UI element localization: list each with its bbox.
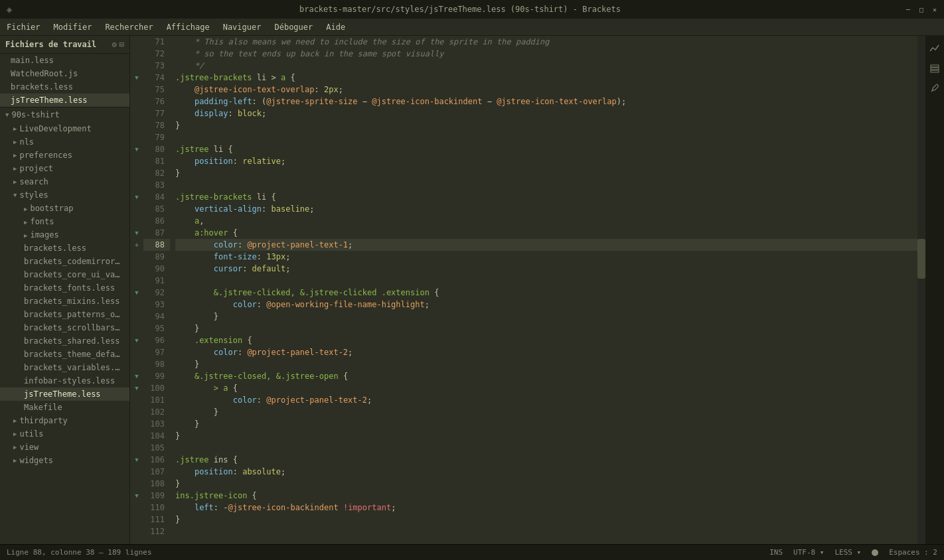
sidebar-title: Fichiers de travail bbox=[5, 40, 96, 49]
close-button[interactable]: ✕ bbox=[928, 3, 941, 16]
status-encoding[interactable]: UTF-8 ▾ bbox=[793, 548, 824, 557]
folder-widgets[interactable]: ▶ widgets bbox=[0, 454, 129, 467]
file-brackets-shared[interactable]: brackets_shared.less bbox=[0, 334, 129, 348]
working-file-main-less[interactable]: main.less bbox=[0, 54, 129, 67]
code-line-71: * This also means we need to include the… bbox=[175, 36, 917, 48]
working-files-section: main.less WatchedRoot.js brackets.less j… bbox=[0, 54, 129, 107]
ln-82: 82 bbox=[143, 167, 170, 179]
working-file-brackets-less[interactable]: brackets.less bbox=[0, 80, 129, 94]
project-folder[interactable]: ▼ 90s-tshirt bbox=[0, 107, 129, 122]
ln-81: 81 bbox=[143, 155, 170, 167]
svg-rect-2 bbox=[931, 70, 939, 72]
code-line-77: display: block; bbox=[175, 107, 917, 119]
ln-105: 105 bbox=[143, 442, 170, 454]
code-line-110: left: -@jstree-icon-backindent !importan… bbox=[175, 502, 917, 514]
folder-nls[interactable]: ▶ nls bbox=[0, 135, 129, 149]
folder-search[interactable]: ▶ search bbox=[0, 175, 129, 188]
ln-106: 106 bbox=[143, 454, 170, 466]
scrollbar-thumb[interactable] bbox=[917, 239, 925, 279]
ln-76: 76 bbox=[143, 96, 170, 107]
file-brackets-fonts[interactable]: brackets_fonts.less bbox=[0, 281, 129, 295]
layers-icon[interactable] bbox=[927, 61, 942, 76]
sidebar-settings-icon[interactable]: ⚙ bbox=[112, 40, 117, 49]
status-indentation[interactable]: Espaces : 2 bbox=[889, 548, 937, 557]
folder-thirdparty[interactable]: ▶ thirdparty bbox=[0, 414, 129, 427]
gutter-line-81 bbox=[130, 155, 143, 167]
folder-label: widgets bbox=[19, 456, 53, 465]
code-editor[interactable]: * This also means we need to include the… bbox=[175, 36, 917, 544]
maximize-button[interactable]: □ bbox=[915, 3, 928, 16]
sidebar-header: Fichiers de travail ⚙ ⊟ bbox=[0, 36, 129, 54]
gutter-line-111 bbox=[130, 514, 143, 525]
folder-label: utils bbox=[19, 429, 43, 439]
file-makefile[interactable]: Makefile bbox=[0, 401, 129, 414]
status-cursor: Ligne 88, colonne 38 — 189 lignes bbox=[7, 548, 152, 557]
folder-project[interactable]: ▶ project bbox=[0, 162, 129, 175]
folder-label: styles bbox=[19, 190, 48, 200]
title-bar: ◈ brackets-master/src/styles/jsTreeTheme… bbox=[0, 0, 944, 19]
folder-view[interactable]: ▶ view bbox=[0, 441, 129, 454]
chart-icon[interactable] bbox=[927, 41, 942, 56]
folder-images[interactable]: ▶images bbox=[0, 228, 129, 242]
file-brackets-patterns[interactable]: brackets_patterns_ove... bbox=[0, 308, 129, 321]
gutter-line-99: ▼ bbox=[130, 370, 143, 382]
code-line-105 bbox=[175, 442, 917, 454]
code-scrollbar[interactable] bbox=[917, 36, 925, 544]
ln-85: 85 bbox=[143, 203, 170, 215]
ln-71: 71 bbox=[143, 36, 170, 48]
file-brackets-mixins[interactable]: brackets_mixins.less bbox=[0, 295, 129, 308]
file-brackets-less[interactable]: brackets.less bbox=[0, 242, 129, 255]
ln-96: 96 bbox=[143, 334, 170, 346]
file-infobar[interactable]: infobar-styles.less bbox=[0, 374, 129, 387]
menu-naviguer[interactable]: Naviguer bbox=[216, 20, 268, 35]
ln-74: 74 bbox=[143, 72, 170, 84]
gutter-line-83 bbox=[130, 179, 143, 191]
minimize-button[interactable]: ─ bbox=[902, 3, 915, 16]
code-line-80: .jstree li { bbox=[175, 143, 917, 155]
ln-103: 103 bbox=[143, 418, 170, 430]
gutter-line-80: ▼ bbox=[130, 143, 143, 155]
menu-aide[interactable]: Aide bbox=[319, 20, 352, 35]
menu-debugger[interactable]: Déboguer bbox=[268, 20, 319, 35]
file-jstreetheme[interactable]: jsTreeTheme.less bbox=[0, 387, 129, 401]
status-language[interactable]: LESS ▾ bbox=[834, 548, 861, 557]
sidebar-split-icon[interactable]: ⊟ bbox=[119, 40, 124, 49]
ln-108: 108 bbox=[143, 478, 170, 490]
folder-livedevelopment[interactable]: ▶ LiveDevelopment bbox=[0, 122, 129, 135]
svg-rect-1 bbox=[931, 68, 939, 70]
folder-styles[interactable]: ▼ styles bbox=[0, 188, 129, 202]
gutter-line-92: ▼ bbox=[130, 287, 143, 299]
gutter-line-95 bbox=[130, 322, 143, 334]
gutter-line-90 bbox=[130, 263, 143, 275]
file-brackets-scrollbars[interactable]: brackets_scrollbars.les... bbox=[0, 321, 129, 334]
gutter-line-75 bbox=[130, 84, 143, 96]
sidebar-header-icons: ⚙ ⊟ bbox=[112, 40, 124, 49]
folder-fonts[interactable]: ▶fonts bbox=[0, 215, 129, 228]
working-file-watchedroot[interactable]: WatchedRoot.js bbox=[0, 67, 129, 80]
menu-fichier[interactable]: Fichier bbox=[0, 20, 47, 35]
gutter: ▼ ▼ ▼ ▼ + ▼ bbox=[130, 36, 143, 544]
ln-109: 109 bbox=[143, 490, 170, 502]
ln-98: 98 bbox=[143, 358, 170, 370]
file-brackets-core[interactable]: brackets_core_ui_varia... bbox=[0, 268, 129, 281]
menu-affichage[interactable]: Affichage bbox=[160, 20, 216, 35]
wrench-icon[interactable] bbox=[927, 81, 942, 96]
code-line-93: color: @open-working-file-name-highlight… bbox=[175, 299, 917, 311]
file-brackets-codemirror[interactable]: brackets_codemirror_o... bbox=[0, 255, 129, 268]
window-title: brackets-master/src/styles/jsTreeTheme.l… bbox=[19, 5, 902, 14]
code-line-76: padding-left: (@jstree-sprite-size − @js… bbox=[175, 96, 917, 107]
file-brackets-theme[interactable]: brackets_theme_defau... bbox=[0, 348, 129, 361]
menu-rechercher[interactable]: Rechercher bbox=[98, 20, 159, 35]
folder-preferences[interactable]: ▶ preferences bbox=[0, 149, 129, 162]
ln-80: 80 bbox=[143, 143, 170, 155]
menu-modifier[interactable]: Modifier bbox=[47, 20, 99, 35]
ln-73: 73 bbox=[143, 60, 170, 72]
file-brackets-variables[interactable]: brackets_variables.less bbox=[0, 361, 129, 374]
working-file-jstree[interactable]: jsTreeTheme.less bbox=[0, 94, 129, 107]
folder-label: preferences bbox=[19, 151, 72, 160]
code-line-85: vertical-align: baseline; bbox=[175, 203, 917, 215]
gutter-line-89 bbox=[130, 251, 143, 263]
folder-utils[interactable]: ▶ utils bbox=[0, 427, 129, 441]
code-container[interactable]: ▼ ▼ ▼ ▼ + ▼ bbox=[130, 36, 925, 544]
folder-bootstrap[interactable]: ▶bootstrap bbox=[0, 202, 129, 215]
